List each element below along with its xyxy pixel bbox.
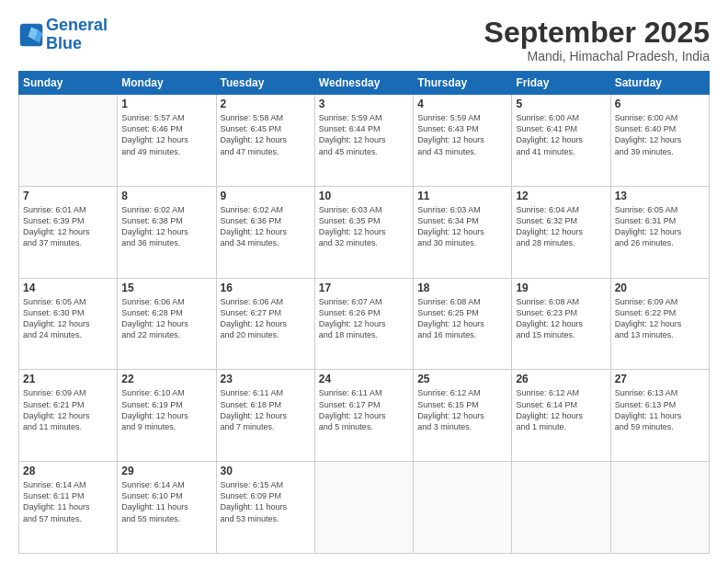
day-cell: 30Sunrise: 6:15 AM Sunset: 6:09 PM Dayli… [216, 462, 314, 554]
day-cell: 25Sunrise: 6:12 AM Sunset: 6:15 PM Dayli… [414, 370, 512, 462]
day-cell: 8Sunrise: 6:02 AM Sunset: 6:38 PM Daylig… [118, 186, 216, 278]
day-cell: 13Sunrise: 6:05 AM Sunset: 6:31 PM Dayli… [610, 186, 709, 278]
weekday-header-saturday: Saturday [610, 72, 709, 95]
day-number: 5 [516, 98, 606, 110]
day-cell: 27Sunrise: 6:13 AM Sunset: 6:13 PM Dayli… [610, 370, 709, 462]
day-cell [610, 462, 709, 554]
day-info: Sunrise: 6:11 AM Sunset: 6:17 PM Dayligh… [319, 387, 409, 432]
day-number: 21 [23, 373, 113, 385]
day-number: 9 [221, 190, 311, 202]
logo-icon [18, 22, 44, 48]
day-cell: 26Sunrise: 6:12 AM Sunset: 6:14 PM Dayli… [512, 370, 610, 462]
day-info: Sunrise: 6:08 AM Sunset: 6:25 PM Dayligh… [417, 296, 507, 341]
day-info: Sunrise: 6:08 AM Sunset: 6:23 PM Dayligh… [516, 296, 606, 341]
day-info: Sunrise: 6:09 AM Sunset: 6:22 PM Dayligh… [615, 296, 705, 341]
day-cell: 7Sunrise: 6:01 AM Sunset: 6:39 PM Daylig… [19, 186, 118, 278]
header: General Blue September 2025 Mandi, Himac… [18, 17, 710, 63]
day-info: Sunrise: 6:11 AM Sunset: 6:18 PM Dayligh… [221, 387, 311, 432]
week-row-1: 1Sunrise: 5:57 AM Sunset: 6:46 PM Daylig… [19, 95, 710, 187]
day-info: Sunrise: 6:14 AM Sunset: 6:10 PM Dayligh… [121, 479, 211, 524]
week-row-5: 28Sunrise: 6:14 AM Sunset: 6:11 PM Dayli… [19, 462, 710, 554]
day-number: 20 [615, 282, 705, 294]
day-info: Sunrise: 6:02 AM Sunset: 6:38 PM Dayligh… [121, 204, 211, 249]
day-number: 14 [23, 282, 113, 294]
day-cell: 19Sunrise: 6:08 AM Sunset: 6:23 PM Dayli… [512, 278, 610, 370]
day-cell [414, 462, 512, 554]
day-cell: 18Sunrise: 6:08 AM Sunset: 6:25 PM Dayli… [414, 278, 512, 370]
day-number: 12 [516, 190, 606, 202]
weekday-header-wednesday: Wednesday [314, 72, 413, 95]
weekday-header-friday: Friday [512, 72, 610, 95]
day-number: 3 [319, 98, 409, 110]
day-info: Sunrise: 6:05 AM Sunset: 6:31 PM Dayligh… [615, 204, 705, 249]
day-info: Sunrise: 5:58 AM Sunset: 6:45 PM Dayligh… [221, 112, 311, 157]
day-number: 17 [319, 282, 409, 294]
weekday-header-tuesday: Tuesday [216, 72, 314, 95]
day-number: 6 [615, 98, 705, 110]
weekday-header-monday: Monday [118, 72, 216, 95]
day-info: Sunrise: 6:14 AM Sunset: 6:11 PM Dayligh… [23, 479, 113, 524]
day-number: 27 [615, 373, 705, 385]
day-info: Sunrise: 6:12 AM Sunset: 6:15 PM Dayligh… [417, 387, 507, 432]
page: General Blue September 2025 Mandi, Himac… [0, 0, 728, 563]
day-cell: 12Sunrise: 6:04 AM Sunset: 6:32 PM Dayli… [512, 186, 610, 278]
day-info: Sunrise: 5:57 AM Sunset: 6:46 PM Dayligh… [121, 112, 211, 157]
day-number: 16 [221, 282, 311, 294]
day-number: 15 [121, 282, 211, 294]
day-number: 23 [221, 373, 311, 385]
day-number: 10 [319, 190, 409, 202]
day-number: 11 [417, 190, 507, 202]
day-info: Sunrise: 6:03 AM Sunset: 6:35 PM Dayligh… [319, 204, 409, 249]
weekday-header-sunday: Sunday [19, 72, 118, 95]
week-row-4: 21Sunrise: 6:09 AM Sunset: 6:21 PM Dayli… [19, 370, 710, 462]
day-number: 1 [121, 98, 211, 110]
day-info: Sunrise: 6:04 AM Sunset: 6:32 PM Dayligh… [516, 204, 606, 249]
day-info: Sunrise: 5:59 AM Sunset: 6:44 PM Dayligh… [319, 112, 409, 157]
day-number: 8 [121, 190, 211, 202]
day-cell [314, 462, 413, 554]
day-number: 7 [23, 190, 113, 202]
day-cell [512, 462, 610, 554]
day-info: Sunrise: 6:00 AM Sunset: 6:40 PM Dayligh… [615, 112, 705, 157]
day-number: 24 [319, 373, 409, 385]
subtitle: Mandi, Himachal Pradesh, India [484, 49, 710, 63]
day-info: Sunrise: 6:05 AM Sunset: 6:30 PM Dayligh… [23, 296, 113, 341]
day-cell: 15Sunrise: 6:06 AM Sunset: 6:28 PM Dayli… [118, 278, 216, 370]
day-cell: 9Sunrise: 6:02 AM Sunset: 6:36 PM Daylig… [216, 186, 314, 278]
day-number: 19 [516, 282, 606, 294]
day-info: Sunrise: 6:15 AM Sunset: 6:09 PM Dayligh… [221, 479, 311, 524]
logo: General Blue [18, 17, 108, 53]
day-cell: 6Sunrise: 6:00 AM Sunset: 6:40 PM Daylig… [610, 95, 709, 187]
day-info: Sunrise: 6:10 AM Sunset: 6:19 PM Dayligh… [121, 387, 211, 432]
day-cell: 4Sunrise: 5:59 AM Sunset: 6:43 PM Daylig… [414, 95, 512, 187]
day-number: 18 [417, 282, 507, 294]
day-cell: 3Sunrise: 5:59 AM Sunset: 6:44 PM Daylig… [314, 95, 413, 187]
day-info: Sunrise: 6:00 AM Sunset: 6:41 PM Dayligh… [516, 112, 606, 157]
day-info: Sunrise: 6:03 AM Sunset: 6:34 PM Dayligh… [417, 204, 507, 249]
day-cell: 24Sunrise: 6:11 AM Sunset: 6:17 PM Dayli… [314, 370, 413, 462]
title-block: September 2025 Mandi, Himachal Pradesh, … [484, 17, 710, 63]
calendar: SundayMondayTuesdayWednesdayThursdayFrid… [18, 71, 710, 554]
day-cell: 10Sunrise: 6:03 AM Sunset: 6:35 PM Dayli… [314, 186, 413, 278]
logo-text: General Blue [46, 17, 108, 53]
day-info: Sunrise: 5:59 AM Sunset: 6:43 PM Dayligh… [417, 112, 507, 157]
day-cell: 28Sunrise: 6:14 AM Sunset: 6:11 PM Dayli… [19, 462, 118, 554]
day-info: Sunrise: 6:06 AM Sunset: 6:28 PM Dayligh… [121, 296, 211, 341]
day-number: 2 [221, 98, 311, 110]
day-info: Sunrise: 6:07 AM Sunset: 6:26 PM Dayligh… [319, 296, 409, 341]
day-info: Sunrise: 6:02 AM Sunset: 6:36 PM Dayligh… [221, 204, 311, 249]
day-number: 30 [221, 465, 311, 477]
day-number: 29 [121, 465, 211, 477]
day-number: 25 [417, 373, 507, 385]
day-cell: 22Sunrise: 6:10 AM Sunset: 6:19 PM Dayli… [118, 370, 216, 462]
weekday-header-row: SundayMondayTuesdayWednesdayThursdayFrid… [19, 72, 710, 95]
day-cell: 20Sunrise: 6:09 AM Sunset: 6:22 PM Dayli… [610, 278, 709, 370]
week-row-3: 14Sunrise: 6:05 AM Sunset: 6:30 PM Dayli… [19, 278, 710, 370]
day-cell [19, 95, 118, 187]
day-info: Sunrise: 6:13 AM Sunset: 6:13 PM Dayligh… [615, 387, 705, 432]
day-number: 28 [23, 465, 113, 477]
day-cell: 5Sunrise: 6:00 AM Sunset: 6:41 PM Daylig… [512, 95, 610, 187]
day-info: Sunrise: 6:12 AM Sunset: 6:14 PM Dayligh… [516, 387, 606, 432]
day-cell: 29Sunrise: 6:14 AM Sunset: 6:10 PM Dayli… [118, 462, 216, 554]
week-row-2: 7Sunrise: 6:01 AM Sunset: 6:39 PM Daylig… [19, 186, 710, 278]
